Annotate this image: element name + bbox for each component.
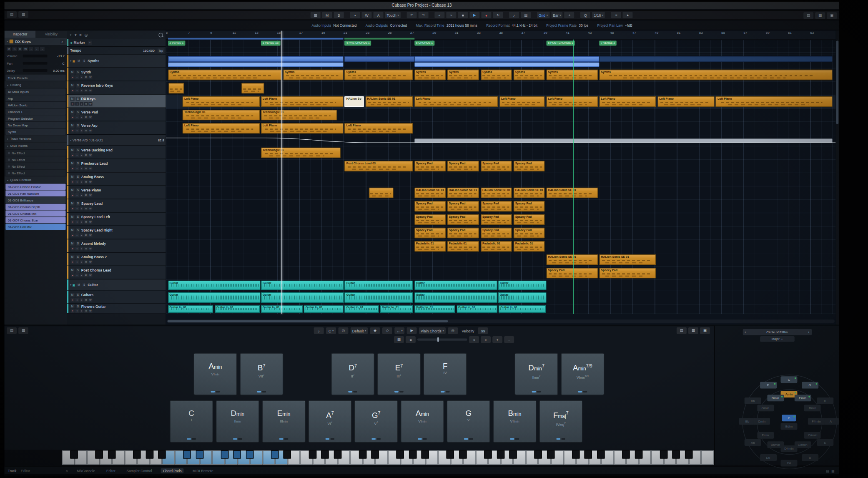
marker-flag[interactable]: 3 VERSE 1B (261, 40, 280, 45)
black-key[interactable] (484, 450, 492, 459)
chord-pad-g7[interactable]: G7V7 (354, 400, 398, 443)
circle-key-e[interactable]: E (817, 439, 833, 445)
solo-button[interactable]: S (76, 83, 80, 88)
playhead[interactable] (282, 30, 282, 314)
monitor-button[interactable]: ○ (75, 260, 79, 264)
edit-button[interactable]: e (80, 88, 83, 92)
clip-loft-piano[interactable]: Loft Piano (183, 123, 260, 133)
clip-spacey-pad[interactable]: Spacey Pad (414, 214, 446, 225)
w-button[interactable]: W (361, 12, 371, 18)
chord-pad-a7[interactable]: A7VI7 (308, 400, 351, 443)
track-row-accent-melody[interactable]: MSAccent Melody●○eRW (67, 239, 166, 253)
add-marker-button[interactable]: + (88, 40, 92, 45)
read-button[interactable]: R (84, 153, 88, 156)
r-button[interactable]: R (18, 46, 23, 51)
track-row-verse-piano[interactable]: MSVerse Piano●○eRW (67, 186, 166, 199)
icon-button[interactable]: ▦ (815, 12, 825, 19)
icon-button[interactable]: ▥ (521, 12, 531, 18)
circle-key-gmin[interactable]: Gmin (757, 405, 774, 411)
read-button[interactable]: R (84, 233, 88, 237)
edit-button[interactable]: e (80, 193, 83, 196)
circle-key-d[interactable]: D (817, 397, 833, 404)
option-icon[interactable]: ◦ (29, 46, 33, 51)
clip-spacey-pad[interactable]: Spacey Pad (414, 227, 446, 238)
circle-key-ab[interactable]: Ab (745, 439, 761, 445)
circle-center-key[interactable]: C (782, 415, 796, 421)
record-arm-button[interactable]: ● (70, 128, 74, 132)
solo-button[interactable]: S (76, 174, 80, 179)
record-arm-button[interactable]: ● (70, 115, 74, 119)
inspector-row-synth[interactable]: Synth (5, 128, 65, 135)
track-row-analog-brass-2[interactable]: MSAnalog Brass 2●○eRW (67, 253, 166, 266)
horizontal-scrollbar[interactable] (167, 320, 835, 323)
clip-spacey-pad[interactable]: Spacey Pad (447, 161, 479, 171)
scale-dropdown[interactable]: Major ▾ (760, 336, 794, 342)
icon-button[interactable]: ↶ (406, 12, 416, 18)
black-key[interactable] (597, 450, 605, 459)
clip-spacey-pad[interactable]: Spacey Pad (481, 161, 512, 171)
1-16-dropdown[interactable]: 1/16▾ (592, 12, 605, 18)
write-button[interactable]: W (88, 206, 92, 210)
clip-loft-piano[interactable]: Loft Piano (414, 96, 498, 107)
marker-flag[interactable]: 2 VERSE 1 (168, 40, 186, 45)
monitor-button[interactable]: ○ (75, 115, 79, 119)
black-key[interactable] (108, 450, 116, 459)
section-midi-inserts[interactable]: MIDI Inserts (5, 143, 67, 149)
solo-button[interactable]: S (76, 268, 80, 273)
clip-synths[interactable]: Synths (447, 69, 479, 80)
black-key[interactable] (183, 450, 191, 459)
icon-icon[interactable]: + (70, 33, 72, 37)
clip-technologie-01[interactable]: Technologie 01 (183, 109, 260, 120)
solo-button[interactable]: S (76, 161, 80, 166)
marker-flag[interactable]: 7 VERSE 2 (599, 40, 617, 45)
icon-button[interactable]: ◎ (448, 327, 458, 334)
record-arm-button[interactable]: ● (70, 166, 74, 170)
tab-visibility[interactable]: Visibility (35, 30, 67, 38)
section-routing[interactable]: Routing (5, 81, 67, 88)
timeline-ruler[interactable]: 5791113151719212325272931333537394143454… (166, 30, 836, 40)
record-arm-button[interactable]: ● (70, 193, 74, 196)
monitor-button[interactable]: ○ (75, 88, 79, 92)
marker-flag[interactable]: 5 CHORUS 1 (414, 40, 434, 45)
clip-guitar-lo-01[interactable]: Guitar lo_01 (304, 305, 344, 313)
search-icon[interactable] (158, 33, 163, 37)
quick-control[interactable]: 01-GO3 Unison Enable (5, 184, 65, 190)
q-button[interactable]: Q (580, 12, 590, 18)
monitor-button[interactable]: ○ (75, 102, 79, 106)
marker-flag[interactable]: 4 PRE-CHORUS 1 (345, 40, 371, 45)
param-slider[interactable] (23, 69, 48, 72)
clip-synths[interactable]: Synths (168, 69, 282, 80)
clip-guitar-lo-01[interactable]: Guitar lo_01 (168, 305, 213, 313)
circle-key-db[interactable]: Db (760, 454, 776, 461)
mute-button[interactable]: M (70, 304, 75, 309)
track-row-tempo[interactable]: Tempo160.000Tap (67, 47, 166, 55)
circle-key-f[interactable]: F (760, 382, 776, 389)
record-arm-button[interactable]: ● (70, 179, 74, 183)
solo-button[interactable]: S (82, 282, 87, 287)
record-arm-button[interactable]: ● (70, 219, 74, 223)
quick-control[interactable]: 01-GO3 Hall Mix (5, 224, 65, 230)
mute-button[interactable]: M (70, 123, 75, 128)
monitor-button[interactable]: ○ (75, 247, 79, 250)
clip-guitar[interactable]: Guitar (261, 292, 344, 303)
solo-button[interactable]: S (76, 214, 80, 219)
clip-guitar-lo-01[interactable]: Guitar lo_01 (215, 305, 260, 313)
black-key[interactable] (585, 450, 592, 459)
track-row-verse-backing-pad[interactable]: MSVerse Backing Pad●○eRW (67, 146, 166, 159)
param-slider[interactable] (23, 62, 48, 65)
clip-spacey-pad[interactable]: Spacey Pad (514, 227, 545, 238)
edit-button[interactable]: e (80, 247, 83, 250)
clip-padadelic-01[interactable]: Padadelic 01 (514, 241, 545, 252)
icon-button[interactable]: ▣ (827, 12, 837, 19)
clip-guitar[interactable]: Guitar (261, 281, 344, 290)
section-quick-controls[interactable]: Quick Controls (5, 176, 67, 183)
black-key[interactable] (309, 450, 316, 459)
track-row-flowers-guitar[interactable]: MSFlowers Guitar●○eRW (67, 304, 166, 314)
black-key[interactable] (146, 450, 153, 459)
mute-button[interactable]: M (76, 59, 81, 63)
clip-halion-sonic-se-01[interactable]: HALion Sonic SE 01 (514, 187, 545, 198)
mute-button[interactable]: M (70, 161, 75, 166)
write-button[interactable]: W (88, 102, 92, 106)
solo-button[interactable]: S (76, 255, 80, 259)
chord-pad-dmin7[interactable]: Dmin7IImin7 (515, 353, 558, 395)
